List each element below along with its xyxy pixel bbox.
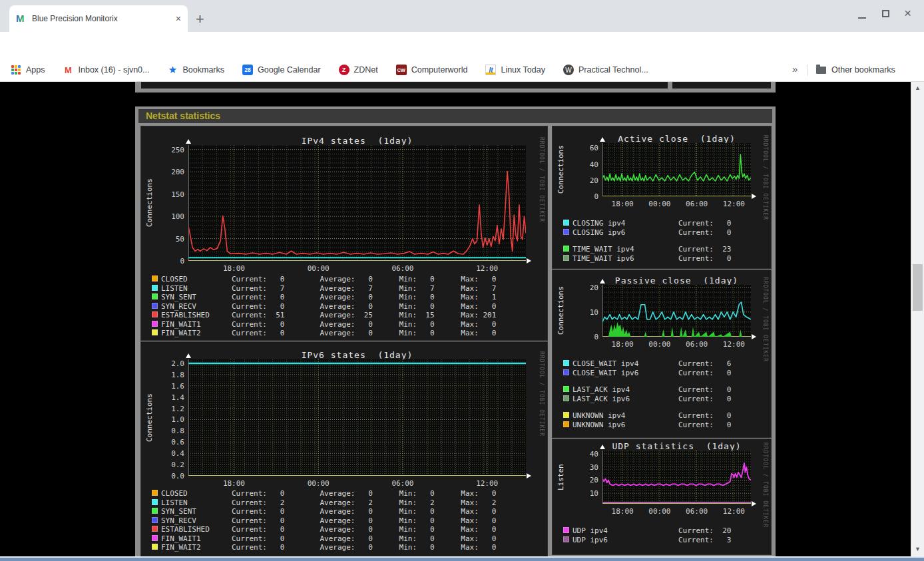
tab-close-icon[interactable]: × [176,13,181,24]
ipv4-states-chart[interactable]: IPv4 states (1day)ConnectionsRRDTOOL / T… [141,126,547,340]
passive-close-chart[interactable]: Passive close (1day)ConnectionsRRDTOOL /… [553,270,771,437]
netstat-section: Netstat statistics IPv4 states (1day)Con… [135,106,776,556]
chart-title: Active close (1day) [577,134,772,144]
zdnet-favicon: Z [339,65,349,75]
y-axis-arrow [186,139,191,144]
plot-area [188,359,526,476]
bookmark-google-calendar[interactable]: 28 Google Calendar [242,65,321,75]
bookmarks-overflow-chevron[interactable]: » [792,63,798,75]
x-axis-arrow [752,501,756,506]
legend-swatch [563,255,569,261]
y-tick-label: 0.0 [155,472,184,480]
legend-row: SYN_SENT Current: 0 Average: 0 Min: 0 Ma… [161,508,496,515]
window-close-icon[interactable]: × [904,6,911,21]
legend-row: LISTEN Current: 2 Average: 2 Min: 2 Max:… [161,499,496,506]
y-axis-arrow [600,137,605,142]
y-tick-label: 10 [569,308,598,317]
y-tick-label: 100 [155,212,184,221]
legend-row: FIN_WAIT1 Current: 0 Average: 0 Min: 0 M… [161,321,496,328]
legend-row: CLOSE_WAIT ipv6 Current: 0 [573,369,731,377]
legend-row: UDP ipv6 Current: 3 [573,536,731,544]
legend-swatch [563,229,569,235]
bookmark-inbox[interactable]: M Inbox (16) - sjvn0... [63,65,150,75]
y-tick-label: 0.8 [155,427,184,435]
scrollbar-up-icon[interactable]: ▲ [911,85,924,91]
x-tick-label: 12:00 [473,264,502,273]
browser-tab[interactable]: M Blue Precision Monitorix × [9,5,188,32]
active-close-chart[interactable]: Active close (1day)ConnectionsRRDTOOL / … [553,126,771,268]
x-tick-label: 18:00 [608,200,637,208]
legend-swatch [563,220,569,226]
previous-section-panel [141,82,668,89]
y-tick-label: 20 [569,176,598,185]
linux-today-favicon: lt [485,65,496,75]
bookmark-bookmarks[interactable]: ★ Bookmarks [168,65,225,75]
bookmark-zdnet[interactable]: Z ZDNet [339,65,378,75]
page-scrollbar[interactable]: ▲ ▼ [911,82,924,556]
browser-toolbar: ← → ↻ ⌂ i localhost:8080/monitorix-cgi/m… [0,32,924,59]
legend-row: UNKNOWN ipv6 Current: 0 [573,421,731,429]
bookmark-computerworld[interactable]: CW Computerworld [396,65,468,75]
legend-row: SYN_RECV Current: 0 Average: 0 Min: 0 Ma… [161,303,496,310]
bookmark-practical-technology[interactable]: W Practical Technol... [563,65,648,75]
new-tab-button[interactable]: + [196,11,204,28]
y-axis-arrow [186,353,191,358]
plot-area [188,145,526,261]
x-tick-label: 18:00 [219,479,248,488]
ipv6-states-chart[interactable]: IPv6 states (1day)ConnectionsRRDTOOL / T… [141,342,547,556]
y-axis-label: Listen [557,439,566,517]
x-tick-label: 12:00 [719,507,748,516]
legend-swatch [563,246,569,252]
apps-grid-icon [11,65,21,75]
series-udp-ipv4 [602,463,751,486]
bookmark-label: Inbox (16) - sjvn0... [79,65,150,75]
plot-area [602,143,751,196]
bookmark-label: Bookmarks [183,65,225,75]
computerworld-favicon: CW [396,65,407,75]
bookmark-label: Apps [26,65,45,75]
udp-statistics-chart[interactable]: UDP statistics (1day)ListenRRDTOOL / TOB… [553,439,771,554]
other-bookmarks-button[interactable]: Other bookmarks [816,59,895,81]
x-tick-label: 00:00 [304,264,333,273]
legend-row: TIME_WAIT ipv6 Current: 0 [573,255,731,262]
x-tick-label: 12:00 [719,340,748,349]
chart-title: IPv4 states (1day) [258,136,457,146]
y-axis-label: Connections [145,163,154,243]
tab-title: Blue Precision Monitorix [32,14,176,23]
y-tick-label: 0.4 [155,449,184,458]
y-tick-label: 0 [569,192,598,201]
monitorix-favicon: M [16,13,27,24]
bookmark-apps[interactable]: Apps [11,65,45,75]
chart-title: UDP statistics (1day) [577,441,772,451]
bookmark-label: Google Calendar [258,65,321,75]
x-tick-label: 06:00 [388,479,417,488]
legend-swatch [152,517,158,523]
legend-swatch [563,395,569,401]
scrollbar-down-icon[interactable]: ▼ [911,546,924,552]
legend-swatch [152,499,158,505]
chart-title: IPv6 states (1day) [258,350,457,360]
legend-row: SYN_SENT Current: 0 Average: 0 Min: 0 Ma… [161,293,496,301]
plot-area [602,285,751,337]
y-tick-label: 30 [569,463,598,472]
legend-row: CLOSED Current: 0 Average: 0 Min: 0 Max:… [161,276,496,283]
bookmark-linux-today[interactable]: lt Linux Today [485,65,545,75]
legend-row: SYN_RECV Current: 0 Average: 0 Min: 0 Ma… [161,517,496,524]
rrdtool-watermark: RRDTOOL / TOBI OETIKER [539,351,545,437]
legend-row: LAST_ACK ipv6 Current: 0 [573,395,731,403]
window-minimize-icon[interactable] [858,5,866,19]
legend-swatch [152,293,158,299]
x-tick-label: 00:00 [304,479,333,488]
x-tick-label: 12:00 [473,479,502,488]
y-tick-label: 1.8 [155,371,184,379]
legend-swatch [563,536,569,542]
x-tick-label: 06:00 [682,340,712,349]
window-maximize-icon[interactable] [882,10,889,17]
legend-swatch [152,303,158,309]
legend-row: CLOSED Current: 0 Average: 0 Min: 0 Max:… [161,490,496,497]
rrdtool-watermark: RRDTOOL / TOBI OETIKER [762,135,768,220]
scrollbar-thumb[interactable] [913,264,923,311]
y-tick-label: 0 [569,333,598,341]
legend-swatch [152,535,158,541]
y-tick-label: 10 [569,489,598,498]
